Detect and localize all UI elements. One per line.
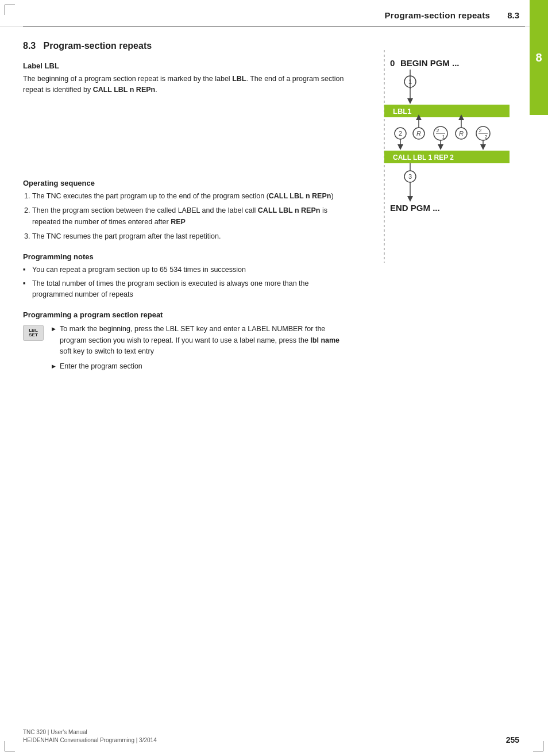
lbl-set-key: LBLSET	[23, 325, 44, 341]
note-item-1: You can repeat a program section up to 6…	[23, 264, 347, 275]
op-item-3: The TNC resumes the part program after t…	[32, 231, 347, 242]
svg-marker-22	[438, 144, 443, 150]
svg-text:1: 1	[408, 78, 412, 85]
header-title: Program-section repeats	[385, 10, 491, 20]
prog-bullet-2: Enter the program section	[52, 361, 347, 372]
page-header: Program-section repeats 8.3	[0, 0, 548, 26]
programming-notes-heading: Programming notes	[23, 252, 347, 261]
svg-text:LBL1: LBL1	[393, 107, 412, 116]
prog-bullets: To mark the beginning, press the LBL SET…	[52, 324, 347, 375]
chapter-tab: 8	[530, 0, 548, 115]
footer-line1: TNC 320 | User's Manual	[23, 728, 157, 736]
footer-line2: HEIDENHAIN Conversational Programming | …	[23, 736, 157, 745]
svg-text:3: 3	[408, 173, 412, 180]
header-section: 8.3	[507, 10, 519, 20]
corner-mark-br	[533, 741, 543, 751]
svg-text:2: 2	[399, 130, 402, 137]
svg-text:2: 2	[484, 134, 487, 140]
svg-text:1: 1	[442, 134, 445, 140]
svg-text:2: 2	[478, 128, 481, 133]
note-item-2: The total number of times the program se…	[23, 278, 347, 301]
label-lbl-body: The beginning of a program section repea…	[23, 74, 347, 96]
chapter-number: 8	[535, 51, 542, 64]
footer-page-number: 255	[506, 735, 519, 745]
svg-marker-6	[407, 98, 413, 104]
svg-text:END PGM ...: END PGM ...	[390, 203, 440, 213]
diagram: 0 BEGIN PGM ... 1 LBL1 2	[358, 44, 519, 268]
section-number: 8.3	[23, 41, 36, 51]
svg-text:2: 2	[436, 128, 439, 133]
op-item-1: The TNC executes the part program up to …	[32, 191, 347, 202]
svg-marker-12	[398, 144, 403, 150]
svg-marker-32	[480, 144, 486, 150]
svg-text:BEGIN PGM ...: BEGIN PGM ...	[400, 58, 460, 68]
begin-pgm-text: 0	[390, 58, 395, 68]
corner-mark-tl	[5, 5, 15, 15]
corner-mark-bl	[5, 741, 15, 751]
page-footer: TNC 320 | User's Manual HEIDENHAIN Conve…	[23, 728, 519, 745]
diagram-space	[23, 99, 347, 168]
svg-text:CALL LBL 1 REP 2: CALL LBL 1 REP 2	[393, 153, 454, 162]
prog-repeat-heading: Programming a program section repeat	[23, 310, 347, 319]
label-lbl-heading: Label LBL	[23, 62, 347, 70]
operating-sequence-list: The TNC executes the part program up to …	[32, 191, 347, 243]
prog-bullet-1: To mark the beginning, press the LBL SET…	[52, 324, 347, 357]
svg-text:R: R	[416, 130, 421, 137]
op-item-2: Then the program section between the cal…	[32, 205, 347, 228]
left-column: 8.3 Program-section repeats Label LBL Th…	[23, 27, 358, 375]
section-name: Program-section repeats	[44, 41, 152, 51]
svg-marker-39	[407, 196, 413, 202]
section-title: 8.3 Program-section repeats	[23, 41, 347, 51]
operating-sequence-heading: Operating sequence	[23, 179, 347, 187]
programming-notes-list: You can repeat a program section up to 6…	[23, 264, 347, 300]
prog-section-row: LBLSET To mark the beginning, press the …	[23, 324, 347, 375]
main-content: 8.3 Program-section repeats Label LBL Th…	[0, 27, 548, 375]
svg-text:R: R	[459, 130, 464, 137]
footer-left: TNC 320 | User's Manual HEIDENHAIN Conve…	[23, 728, 157, 745]
right-column: 0 BEGIN PGM ... 1 LBL1 2	[358, 27, 519, 375]
diagram-svg: 0 BEGIN PGM ... 1 LBL1 2	[367, 50, 511, 263]
